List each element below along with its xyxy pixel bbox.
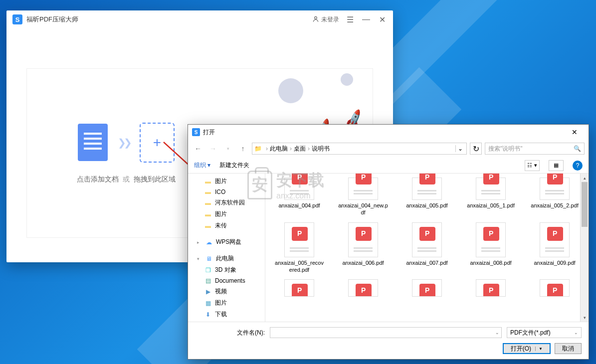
tree-item[interactable]: ▬ICO (188, 187, 265, 197)
scroll-up-icon[interactable]: ▴ (581, 174, 589, 182)
dialog-titlebar[interactable]: S 打开 ✕ (188, 125, 589, 140)
tree-item-wps[interactable]: ▸☁WPS网盘 (188, 236, 265, 248)
pdf-icon (284, 178, 314, 200)
help-button[interactable]: ? (573, 161, 583, 171)
recent-dropdown[interactable]: ▾ (222, 143, 234, 155)
dialog-logo-icon: S (192, 128, 200, 136)
folder-icon: ▬ (204, 199, 212, 206)
file-item[interactable]: anxaizai_005_2.pdf (525, 178, 585, 216)
dropdown-icon[interactable]: ▼ (535, 347, 543, 351)
tree-item[interactable]: ▬河东软件园 (188, 197, 265, 208)
tree-item[interactable]: ▬未传 (188, 220, 265, 231)
file-item[interactable] (269, 279, 329, 299)
svg-point-0 (315, 16, 317, 19)
scrollbar[interactable]: ▴ ▾ (580, 174, 589, 322)
file-open-dialog: S 打开 ✕ ← → ▾ ↑ 📁 › 此电脑 › 桌面 › 说明书 ⌄ ↻ 搜索… (188, 124, 589, 360)
login-button[interactable]: 未登录 (312, 15, 339, 24)
video-icon: ▶ (204, 288, 212, 295)
pdf-icon (284, 222, 314, 257)
tree-item[interactable]: ❒3D 对象 (188, 264, 265, 276)
file-item[interactable] (333, 279, 393, 299)
folder-icon: ▬ (204, 211, 212, 218)
app-logo-icon: S (12, 14, 22, 24)
login-label: 未登录 (321, 15, 339, 24)
path-dropdown[interactable]: ⌄ (455, 145, 464, 152)
tree-item[interactable]: ⬇下载 (188, 309, 265, 320)
minimize-button[interactable]: — (361, 14, 371, 24)
view-mode-button[interactable]: ☷ ▾ (525, 160, 540, 171)
filename-label: 文件名(N): (235, 329, 265, 337)
folder-tree[interactable]: ▬图片 ▬ICO ▬河东软件园 ▬图片 ▬未传 ▸☁WPS网盘 ▾🖥此电脑 ❒3… (188, 174, 265, 322)
file-item[interactable]: anxaizai_008.pdf (461, 222, 521, 274)
cancel-button[interactable]: 取消 (555, 343, 582, 354)
preview-button[interactable]: ▦ (549, 160, 564, 171)
pdf-icon (284, 279, 314, 297)
document-icon (78, 124, 108, 161)
tree-item[interactable]: ▬图片 (188, 208, 265, 220)
dialog-close-button[interactable]: ✕ (565, 125, 585, 139)
pdf-icon (348, 222, 378, 257)
refresh-button[interactable]: ↻ (470, 143, 482, 155)
filename-input[interactable]: ⌄ (270, 327, 502, 338)
breadcrumb-item[interactable]: 此电脑 (270, 145, 288, 153)
tree-item-pc[interactable]: ▾🖥此电脑 (188, 253, 265, 264)
file-item[interactable] (397, 279, 457, 299)
folder-icon: ▬ (204, 222, 212, 229)
file-item[interactable]: anxaizai_007.pdf (397, 222, 457, 274)
close-button[interactable]: ✕ (377, 14, 387, 24)
pdf-icon (540, 279, 570, 297)
file-item[interactable] (525, 279, 585, 299)
cloud-icon: ☁ (205, 239, 213, 246)
app-titlebar[interactable]: S 福昕PDF压缩大师 未登录 ☰ — ✕ (6, 10, 393, 28)
dialog-toolbar: 组织 ▾ 新建文件夹 ☷ ▾ ▦ ? (188, 158, 589, 174)
tree-item[interactable]: ▬图片 (188, 176, 265, 187)
computer-icon: 🖥 (205, 255, 213, 262)
file-filter-select[interactable]: PDF文件(*.pdf) ⌄ (507, 327, 582, 338)
dialog-nav: ← → ▾ ↑ 📁 › 此电脑 › 桌面 › 说明书 ⌄ ↻ 搜索"说明书" 🔍 (188, 140, 589, 158)
pictures-icon: ▦ (204, 300, 212, 307)
pdf-icon (476, 279, 506, 297)
breadcrumb-item[interactable]: 桌面 (294, 145, 306, 153)
tree-item[interactable]: ▤Documents (188, 276, 265, 286)
open-button[interactable]: 打开(O)▼ (503, 343, 551, 354)
folder-icon: ▬ (204, 178, 212, 185)
organize-button[interactable]: 组织 ▾ (194, 161, 210, 170)
file-list[interactable]: anxaizai_004.pdf anxaizai_004_new.pdf an… (265, 174, 589, 322)
add-button[interactable]: + (140, 123, 175, 163)
menu-icon[interactable]: ☰ (345, 14, 355, 24)
tree-item[interactable]: ▶视频 (188, 286, 265, 297)
pdf-icon (412, 222, 442, 257)
pdf-icon (540, 222, 570, 257)
back-button[interactable]: ← (192, 143, 204, 155)
search-input[interactable]: 搜索"说明书" 🔍 (485, 143, 585, 155)
pdf-icon (476, 222, 506, 257)
chevron-down-icon: ⌄ (574, 330, 578, 335)
file-item[interactable]: anxaizai_009.pdf (525, 222, 585, 274)
breadcrumb[interactable]: 📁 › 此电脑 › 桌面 › 说明书 ⌄ (252, 143, 467, 155)
forward-button[interactable]: → (207, 143, 219, 155)
3d-icon: ❒ (204, 267, 212, 274)
pdf-icon (412, 279, 442, 297)
pdf-icon (348, 178, 378, 200)
file-item[interactable]: anxaizai_005.pdf (397, 178, 457, 216)
new-folder-button[interactable]: 新建文件夹 (219, 161, 249, 170)
tree-item[interactable]: ▦图片 (188, 297, 265, 309)
app-title: 福昕PDF压缩大师 (26, 15, 312, 24)
file-item[interactable] (461, 279, 521, 299)
file-item[interactable]: anxaizai_004_new.pdf (333, 178, 393, 216)
pdf-icon (412, 178, 442, 200)
folder-icon: ▬ (204, 188, 212, 195)
dialog-footer: 文件名(N): ⌄ PDF文件(*.pdf) ⌄ 打开(O)▼ 取消 (188, 322, 589, 359)
file-item[interactable]: anxaizai_005_recovered.pdf (269, 222, 329, 274)
scroll-thumb[interactable] (582, 182, 588, 227)
file-item[interactable]: anxaizai_005_1.pdf (461, 178, 521, 216)
file-item[interactable]: anxaizai_004.pdf (269, 178, 329, 216)
arrows-icon: ❯❯ (118, 137, 130, 149)
breadcrumb-item[interactable]: 说明书 (312, 145, 330, 153)
file-item[interactable]: anxaizai_006.pdf (333, 222, 393, 274)
downloads-icon: ⬇ (204, 311, 212, 318)
dialog-title: 打开 (203, 128, 565, 137)
scroll-down-icon[interactable]: ▾ (581, 313, 589, 322)
drop-text: 点击添加文档或拖拽到此区域 (77, 175, 176, 184)
up-button[interactable]: ↑ (237, 143, 249, 155)
